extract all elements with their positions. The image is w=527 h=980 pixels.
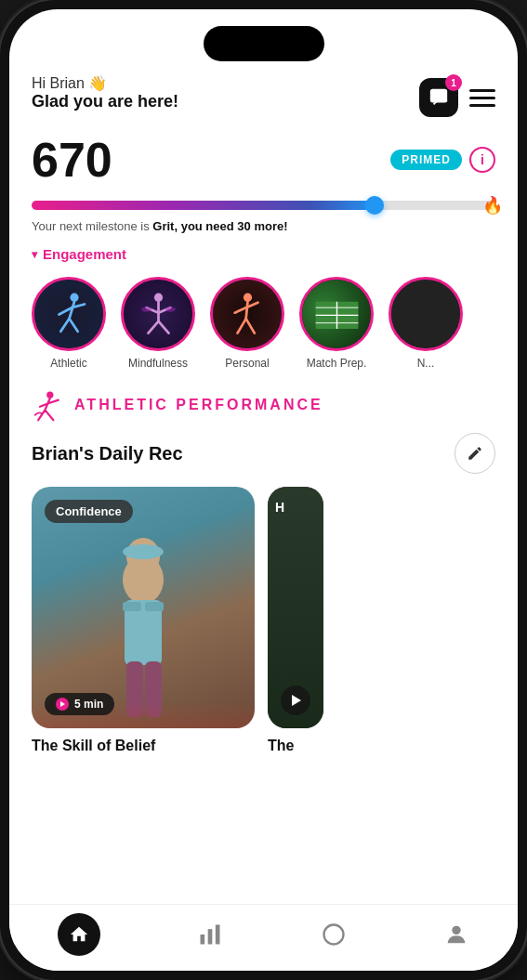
category-extra[interactable]: N... <box>389 277 463 370</box>
extra-label: N... <box>417 357 435 370</box>
svg-rect-27 <box>216 924 220 944</box>
mindfulness-bg <box>124 280 192 348</box>
nav-home[interactable] <box>58 913 100 956</box>
edit-button[interactable] <box>455 433 495 474</box>
engagement-toggle[interactable]: ▾ Engagement <box>32 246 495 262</box>
profile-icon <box>443 921 469 947</box>
progress-bar: 🔥 <box>32 201 495 210</box>
phone-screen: Hi Brian 👋 Glad you are here! 1 <box>9 9 518 971</box>
card-title-1: The Skill of Belief <box>32 738 255 754</box>
phone-frame: Hi Brian 👋 Glad you are here! 1 <box>0 0 527 980</box>
duration-badge: 5 min <box>45 693 114 715</box>
category-athletic[interactable]: Athletic <box>32 277 106 370</box>
partial-card-letter: H <box>275 500 284 515</box>
stats-icon <box>197 921 223 947</box>
svg-line-2 <box>69 301 74 318</box>
duration-text: 5 min <box>74 698 103 711</box>
category-personal[interactable]: Personal <box>210 277 284 370</box>
play-triangle <box>60 701 65 707</box>
matchprep-bg <box>302 280 371 348</box>
svg-rect-19 <box>123 602 141 611</box>
athletic-label: Athletic <box>50 357 86 370</box>
play-triangle-icon <box>292 695 301 706</box>
chevron-down-icon: ▾ <box>32 248 37 261</box>
matchprep-court-icon <box>311 289 362 340</box>
personal-figure-icon <box>222 289 273 340</box>
screen-content: Hi Brian 👋 Glad you are here! 1 <box>9 9 518 971</box>
svg-point-28 <box>323 924 343 944</box>
explore-icon <box>321 921 347 947</box>
svg-point-24 <box>123 544 164 559</box>
matchprep-label: Match Prep. <box>307 357 367 370</box>
partial-card-bg: H <box>268 487 323 728</box>
progress-section: 🔥 <box>9 191 518 210</box>
card-titles-row: The Skill of Belief The <box>9 728 518 754</box>
info-badge[interactable]: i <box>469 147 495 173</box>
greeting-hi: Hi Brian 👋 <box>32 74 178 92</box>
categories-row: Athletic <box>9 262 518 370</box>
dynamic-island <box>204 26 324 61</box>
milestone-prefix: Your next milestone is <box>32 219 152 233</box>
menu-line-3 <box>469 104 495 107</box>
header-icons: 1 <box>419 78 495 117</box>
svg-line-4 <box>69 319 77 332</box>
engagement-label: Engagement <box>43 246 126 262</box>
flame-icon: 🔥 <box>482 195 503 216</box>
brand-section: ATHLETIC PERFORMANCE <box>9 370 518 422</box>
play-icon-small <box>56 698 69 711</box>
category-circle-extra <box>389 277 463 351</box>
brand-logo-icon <box>32 388 65 422</box>
greeting-block: Hi Brian 👋 Glad you are here! <box>32 74 178 111</box>
athletic-bg <box>34 280 103 348</box>
milestone-goal: Grit, you need 30 more! <box>152 219 287 233</box>
bottom-nav <box>9 904 518 971</box>
svg-rect-25 <box>201 934 205 945</box>
daily-rec-title: Brian's Daily Rec <box>32 443 183 464</box>
menu-button[interactable] <box>469 89 495 107</box>
score-section: 670 PRIMED i <box>9 128 518 184</box>
extra-bg <box>391 280 460 348</box>
card-bg <box>32 487 255 728</box>
chat-badge: 1 <box>445 74 462 91</box>
svg-rect-26 <box>208 929 213 944</box>
svg-point-9 <box>165 307 175 312</box>
personal-bg <box>213 280 282 348</box>
mindfulness-figure-icon <box>133 289 184 340</box>
athletic-figure-icon <box>44 289 95 340</box>
menu-line-2 <box>469 97 495 99</box>
category-circle-matchprep <box>299 277 374 351</box>
score-header-row: 670 PRIMED i <box>32 136 495 184</box>
nav-home-circle <box>58 913 100 956</box>
milestone-text: Your next milestone is Grit, you need 30… <box>9 210 518 233</box>
svg-line-3 <box>60 319 69 332</box>
category-circle-mindfulness <box>121 277 195 351</box>
category-matchprep[interactable]: Match Prep. <box>299 277 374 370</box>
personal-label: Personal <box>225 357 269 370</box>
video-card-partial[interactable]: H <box>268 487 323 728</box>
chat-button[interactable]: 1 <box>419 78 458 117</box>
svg-point-29 <box>452 925 460 934</box>
app-header: Hi Brian 👋 Glad you are here! 1 <box>9 74 518 128</box>
bottom-spacer <box>9 754 518 838</box>
score-value: 670 <box>32 136 112 184</box>
brand-logo <box>32 388 65 422</box>
category-circle-athletic <box>32 277 106 351</box>
greeting-sub: Glad you are here! <box>32 92 178 111</box>
svg-point-8 <box>141 307 152 312</box>
category-circle-personal <box>210 277 284 351</box>
daily-rec-header: Brian's Daily Rec <box>9 422 518 474</box>
partial-play-button <box>281 686 310 715</box>
progress-thumb <box>365 196 384 215</box>
primed-badge: PRIMED <box>390 150 462 170</box>
svg-rect-20 <box>145 602 164 611</box>
card-title-2: The <box>268 738 294 754</box>
chat-icon <box>428 87 449 108</box>
nav-profile[interactable] <box>443 921 469 947</box>
category-mindfulness[interactable]: Mindfulness <box>121 277 195 370</box>
menu-line-1 <box>469 89 495 92</box>
video-card-confidence[interactable]: Confidence 5 min <box>32 487 255 728</box>
nav-explore[interactable] <box>321 921 347 947</box>
edit-icon <box>467 445 483 462</box>
score-badges: PRIMED i <box>390 147 495 173</box>
nav-stats[interactable] <box>197 921 223 947</box>
